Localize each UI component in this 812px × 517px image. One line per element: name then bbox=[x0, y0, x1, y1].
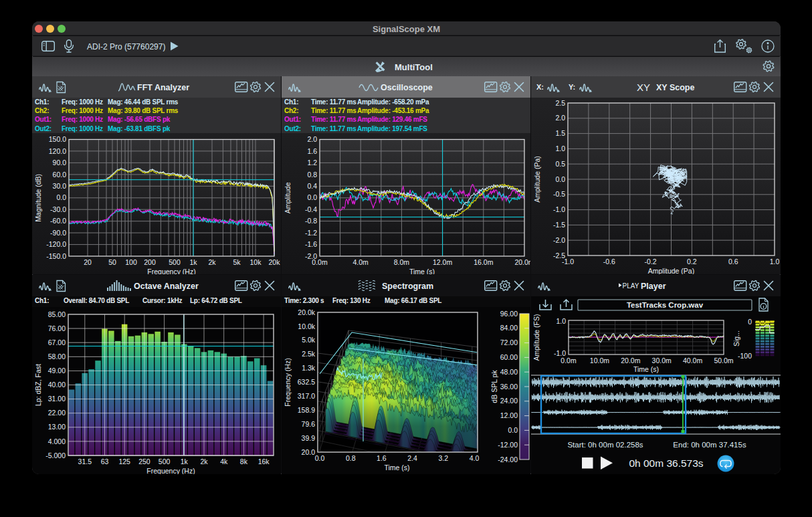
svg-text:2.5: 2.5 bbox=[555, 99, 565, 107]
svg-text:90.0: 90.0 bbox=[53, 159, 67, 167]
svg-text:Magnitude (dB): Magnitude (dB) bbox=[34, 174, 42, 222]
svg-text:63: 63 bbox=[101, 457, 109, 466]
svg-text:20: 20 bbox=[84, 258, 92, 266]
svg-text:-0.4: -0.4 bbox=[305, 205, 317, 213]
svg-text:84.00: 84.00 bbox=[500, 324, 518, 332]
svg-text:4k: 4k bbox=[220, 457, 228, 466]
svg-text:2.4: 2.4 bbox=[407, 454, 417, 462]
svg-text:Sig...: Sig... bbox=[732, 330, 740, 346]
svg-text:-60.0: -60.0 bbox=[50, 217, 66, 225]
svg-text:8k: 8k bbox=[240, 457, 248, 466]
svg-text:-12.00: -12.00 bbox=[498, 441, 518, 449]
svg-text:2.0: 2.0 bbox=[307, 135, 317, 143]
svg-text:13.00: 13.00 bbox=[48, 423, 66, 431]
svg-text:1.5: 1.5 bbox=[555, 129, 565, 137]
svg-text:5.0k: 5.0k bbox=[302, 336, 316, 344]
svg-text:40.0m: 40.0m bbox=[683, 356, 702, 365]
svg-text:30.0: 30.0 bbox=[53, 182, 67, 190]
svg-text:-0.5: -0.5 bbox=[553, 190, 565, 198]
svg-text:49.00: 49.00 bbox=[48, 367, 66, 375]
svg-text:79.6: 79.6 bbox=[302, 420, 316, 428]
svg-text:Player: Player bbox=[641, 282, 666, 291]
svg-text:0.8: 0.8 bbox=[307, 171, 317, 179]
svg-text:48.00: 48.00 bbox=[500, 368, 518, 376]
svg-text:X:: X: bbox=[536, 83, 544, 91]
svg-text:500: 500 bbox=[159, 457, 171, 466]
svg-text:100: 100 bbox=[125, 258, 137, 266]
svg-text:Octave Analyzer: Octave Analyzer bbox=[134, 282, 199, 291]
svg-text:-5.000: -5.000 bbox=[45, 451, 66, 459]
svg-text:16.0m: 16.0m bbox=[474, 258, 493, 266]
svg-text:Amplitude (FS): Amplitude (FS) bbox=[532, 314, 540, 360]
svg-text:0.4: 0.4 bbox=[307, 182, 317, 190]
svg-text:4.000: 4.000 bbox=[48, 437, 66, 445]
svg-text:0.6: 0.6 bbox=[728, 257, 738, 266]
svg-text:0.0: 0.0 bbox=[508, 426, 518, 434]
svg-text:-2.0: -2.0 bbox=[553, 236, 565, 244]
svg-text:150.0: 150.0 bbox=[49, 135, 66, 143]
svg-text:-1.6: -1.6 bbox=[305, 240, 317, 248]
svg-text:0.0: 0.0 bbox=[307, 193, 317, 201]
svg-text:5k: 5k bbox=[233, 258, 241, 266]
svg-text:TestTracks Crop.wav: TestTracks Crop.wav bbox=[627, 301, 704, 309]
svg-text:Amplitude (Pa): Amplitude (Pa) bbox=[533, 156, 541, 202]
svg-text:-0.8: -0.8 bbox=[305, 217, 317, 225]
svg-text:1k: 1k bbox=[189, 258, 197, 266]
svg-text:1.0: 1.0 bbox=[770, 257, 780, 266]
svg-text:1.2: 1.2 bbox=[307, 159, 317, 167]
svg-text:1.0: 1.0 bbox=[555, 144, 565, 152]
svg-text:16k: 16k bbox=[258, 457, 270, 466]
svg-text:MultiTool: MultiTool bbox=[395, 62, 433, 72]
svg-text:0: 0 bbox=[748, 318, 752, 326]
svg-text:0.5: 0.5 bbox=[555, 160, 565, 168]
svg-text:2.5k: 2.5k bbox=[302, 350, 316, 358]
svg-text:-1.0: -1.0 bbox=[553, 205, 565, 213]
svg-text:Y:: Y: bbox=[569, 83, 575, 91]
svg-text:Frequency (Hz): Frequency (Hz) bbox=[147, 268, 195, 275]
svg-text:58.00: 58.00 bbox=[48, 352, 66, 360]
svg-text:0.0: 0.0 bbox=[56, 193, 66, 201]
svg-text:20.0m: 20.0m bbox=[621, 356, 640, 365]
svg-text:31.00: 31.00 bbox=[48, 395, 66, 403]
svg-text:31.5: 31.5 bbox=[78, 457, 92, 466]
svg-text:0h 00m 36.573s: 0h 00m 36.573s bbox=[629, 457, 703, 469]
svg-text:0.0: 0.0 bbox=[555, 175, 565, 183]
svg-text:dB SPL pk: dB SPL pk bbox=[490, 370, 498, 403]
svg-text:0.8: 0.8 bbox=[346, 454, 356, 462]
svg-text:30.0m: 30.0m bbox=[652, 356, 672, 365]
svg-text:FFT Analyzer: FFT Analyzer bbox=[137, 83, 189, 92]
svg-text:-120.0: -120.0 bbox=[46, 240, 66, 248]
svg-text:-100: -100 bbox=[738, 352, 752, 360]
svg-text:60.0: 60.0 bbox=[53, 171, 67, 179]
svg-text:200: 200 bbox=[144, 258, 156, 266]
svg-text:250: 250 bbox=[138, 457, 150, 466]
svg-text:0.0m: 0.0m bbox=[312, 258, 328, 266]
svg-text:24.00: 24.00 bbox=[500, 397, 518, 405]
svg-text:1.6: 1.6 bbox=[307, 147, 317, 155]
svg-text:Amplitude (Pa): Amplitude (Pa) bbox=[648, 267, 694, 275]
svg-text:-0.6: -0.6 bbox=[603, 257, 615, 266]
svg-text:Time (s): Time (s) bbox=[384, 463, 409, 472]
svg-text:XY Scope: XY Scope bbox=[656, 83, 694, 92]
svg-text:Spectrogram: Spectrogram bbox=[382, 282, 433, 291]
svg-text:1.6: 1.6 bbox=[377, 454, 387, 462]
svg-text:End: 0h 00m 37.415s: End: 0h 00m 37.415s bbox=[673, 441, 746, 449]
svg-text:1.3k: 1.3k bbox=[302, 364, 316, 372]
svg-text:50.0m: 50.0m bbox=[714, 356, 733, 365]
svg-text:4.0m: 4.0m bbox=[353, 258, 369, 266]
svg-text:50: 50 bbox=[108, 258, 116, 266]
svg-text:Frequency (Hz): Frequency (Hz) bbox=[284, 358, 292, 406]
svg-text:Lp: dBZ, Fast: Lp: dBZ, Fast bbox=[34, 364, 42, 406]
svg-text:36.00: 36.00 bbox=[500, 383, 518, 391]
svg-text:XY: XY bbox=[637, 82, 650, 93]
svg-text:Amplitude: Amplitude bbox=[284, 182, 292, 213]
svg-text:20.0k: 20.0k bbox=[298, 308, 315, 316]
svg-text:-1.0: -1.0 bbox=[562, 257, 574, 266]
svg-text:85.00: 85.00 bbox=[48, 310, 66, 318]
svg-text:0.0: 0.0 bbox=[315, 454, 325, 462]
svg-text:67.00: 67.00 bbox=[48, 338, 66, 346]
svg-text:96.00: 96.00 bbox=[500, 310, 518, 318]
svg-text:Oscilloscope: Oscilloscope bbox=[381, 83, 433, 92]
svg-text:4.0: 4.0 bbox=[470, 454, 480, 462]
svg-text:-30.0: -30.0 bbox=[50, 205, 66, 213]
